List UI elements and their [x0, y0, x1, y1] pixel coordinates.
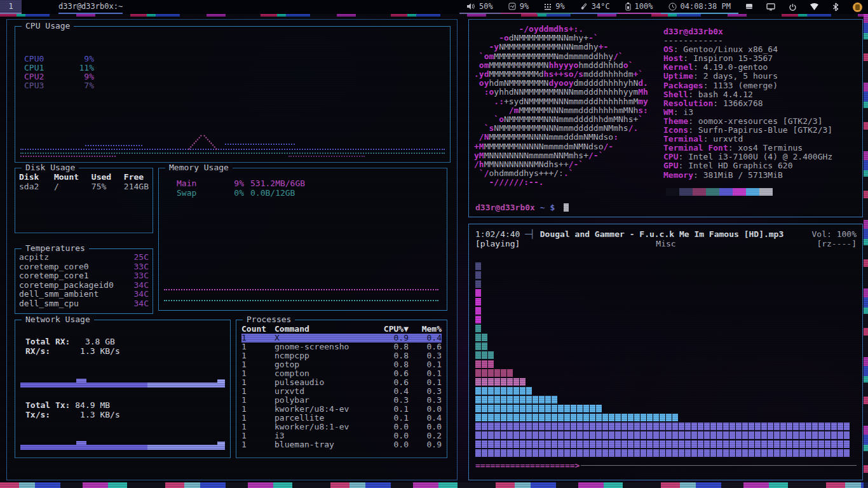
visualizer-row — [475, 342, 850, 350]
temperature-row: coretemp_packageid034C — [19, 281, 149, 290]
gentoo-ascii-logo: -/oyddmdhs+:. -odNMMMMMMMMNNmhy+-` -yNMM… — [474, 25, 648, 187]
cpu-core-list: CPU09%CPU111%CPU29%CPU37% — [24, 55, 94, 90]
battery-module[interactable]: 100% — [618, 0, 661, 14]
process-row[interactable]: 1blueman-tray0.00.9 — [241, 440, 442, 449]
gotop-window: CPU Usage CPU09%CPU111%CPU29%CPU37% Disk… — [6, 19, 458, 480]
cpu-graph-bump-2 — [225, 144, 295, 145]
process-row[interactable]: 1ncmpcpp0.80.3 — [241, 351, 442, 360]
info-row: Icons: Surfn-Papirus-Blue [GTK2/3] — [663, 126, 832, 135]
sort-cpu-header[interactable]: CPU%▼ — [373, 324, 409, 334]
info-row: Shell: bash 4.4.12 — [663, 90, 832, 99]
tx-graph-bump — [76, 441, 86, 445]
ascii-line: +MMMMMMMMNNNNNmmmmdmNMNdso/- — [474, 142, 648, 151]
network-panel-title: Network Usage — [22, 315, 94, 324]
visualizer-row — [475, 378, 850, 386]
cpu-core-row: CPU111% — [24, 64, 94, 72]
power-icon[interactable] — [782, 3, 803, 11]
progress-bar[interactable]: ====================> — [475, 461, 857, 470]
palette-swatch — [733, 188, 746, 196]
process-row[interactable]: 1gotop0.80.1 — [241, 360, 442, 369]
touchpad-icon[interactable] — [738, 3, 760, 11]
rx-total: Total RX: 3.8 GB — [25, 337, 115, 346]
glitch-strip-right — [864, 14, 868, 488]
cpu-graph-line-blue — [20, 149, 445, 150]
volume-value: 50% — [479, 2, 493, 11]
rx-graph — [20, 383, 225, 388]
ascii-line: /NMMMMMMMMNNNNmmmdddmNMNdso: — [474, 133, 648, 142]
info-row: Kernel: 4.19.0-gentoo — [663, 63, 832, 72]
memory-rows: Main9%531.2MB/6GBSwap0%0.0B/12GB — [177, 179, 305, 198]
info-row: Packages: 1133 (emerge) — [663, 81, 832, 90]
visualizer-row — [475, 280, 850, 288]
cpu-module[interactable]: 9% — [501, 0, 536, 14]
track-category: Misc — [475, 239, 857, 248]
ascii-line: -/oyddmdhs+:. — [474, 25, 648, 34]
cpu-usage-panel: CPU Usage CPU09%CPU111%CPU29%CPU37% — [15, 26, 451, 163]
temperature-rows: acpitz25Ccoretemp_core033Ccoretemp_core1… — [19, 253, 149, 308]
info-row: Terminal Font: xos4 Terminus — [663, 144, 832, 152]
clock-module[interactable]: 04:08:38 PM — [661, 0, 738, 14]
process-row[interactable]: 1gnome-screensho0.80.6 — [241, 342, 442, 351]
memory-module[interactable]: 9% — [536, 0, 572, 14]
disk-panel-title: Disk Usage — [22, 163, 79, 172]
terminal-cursor — [564, 203, 569, 212]
tx-graph — [20, 445, 225, 450]
audio-visualizer — [475, 262, 850, 458]
mode-flags: [rz----] — [817, 239, 857, 248]
disk-usage-panel: Disk Usage DiskMountUsedFree sda2/75%214… — [15, 168, 153, 233]
temperatures-panel-title: Temperatures — [22, 243, 89, 253]
clock-icon — [668, 3, 677, 11]
ascii-line: `oNMMMMMMMNNNmmmddddhhdmMNhs+` — [474, 115, 648, 124]
palette-swatch — [759, 188, 773, 196]
temperature-row: coretemp_core133C — [19, 271, 149, 281]
cpu-graph-line-magenta-2 — [288, 156, 365, 157]
battery-icon — [625, 3, 631, 11]
neofetch-separator: ------------ — [663, 36, 832, 45]
visualizer-row — [475, 262, 850, 270]
process-row[interactable]: 1kworker/u8:4-ev0.10.0 — [241, 405, 442, 414]
process-row[interactable]: 1compton0.60.1 — [241, 369, 442, 378]
processes-panel-title: Processes — [243, 315, 295, 324]
terminal-color-palette — [666, 188, 773, 196]
visualizer-row — [475, 396, 850, 403]
bluetooth-icon[interactable] — [825, 3, 846, 11]
ascii-line: /mMMMMMMNNNmmmdddhhhhhmMNhs: — [474, 106, 648, 115]
volume-module[interactable]: 50% — [459, 0, 501, 14]
process-row[interactable]: 1pulseaudio0.60.1 — [241, 378, 442, 387]
process-row[interactable]: 1i30.00.2 — [241, 431, 442, 440]
process-row[interactable]: 1polybar0.30.3 — [241, 396, 442, 405]
visualizer-row — [475, 440, 850, 448]
temperatures-panel: Temperatures acpitz25Ccoretemp_core033Cc… — [15, 248, 153, 314]
process-row[interactable]: 1X0.90.4 — [241, 334, 442, 342]
rx-rate: RX/s: 1.3 KB/s — [25, 346, 120, 356]
tray-app-icon[interactable] — [846, 3, 868, 12]
speaker-icon — [467, 3, 475, 10]
visualizer-row — [475, 307, 850, 315]
memory-row: Swap0%0.0B/12GB — [177, 188, 305, 198]
shell-prompt[interactable]: d33r@d33rb0x ~ $ — [475, 203, 569, 212]
cpu-graph-line-teal — [20, 152, 445, 154]
process-row[interactable]: 1parcellite0.10.4 — [241, 414, 442, 423]
process-row[interactable]: 1kworker/u8:1-ev0.00.0 — [241, 423, 442, 431]
ascii-line: .:+sydNMMMMMNNNmmmdddhhhhhhmMmy — [474, 97, 648, 106]
wifi-icon[interactable] — [803, 3, 825, 11]
process-row[interactable]: 1urxvtd0.40.3 — [241, 387, 442, 396]
visualizer-row — [475, 449, 850, 457]
display-icon[interactable] — [760, 3, 782, 11]
process-table-header: CountCommandCPU%▼Mem% — [241, 324, 442, 334]
memory-graph-main — [164, 289, 438, 290]
disk-row: sda2/75%214GB — [19, 182, 153, 191]
temperature-module[interactable]: 34°C — [573, 0, 618, 14]
prompt-user: d33r@d33rb0x — [475, 203, 535, 212]
ascii-line: /hMMNNNNNNNNMNdhs++/-` — [474, 160, 648, 169]
ascii-line: :oyhhdNNMMMMMMMNNNmmdddhhhhhyymMh — [474, 88, 648, 97]
info-row: Terminal: urxvtd — [663, 135, 832, 144]
temperature-value: 34°C — [592, 2, 610, 11]
memory-graph-swap — [164, 300, 438, 301]
elapsed-time: 1:02/4:40 — [475, 229, 520, 239]
ascii-line: oyhdmNMMMMMMMNdyooydmddddhhhhyhNd. — [474, 79, 648, 88]
palette-swatch — [706, 188, 719, 196]
workspace-badge[interactable]: 1 — [0, 0, 22, 14]
info-row: OS: Gentoo/Linux x86_64 — [663, 45, 832, 54]
temperature-row: coretemp_core033C — [19, 262, 149, 272]
